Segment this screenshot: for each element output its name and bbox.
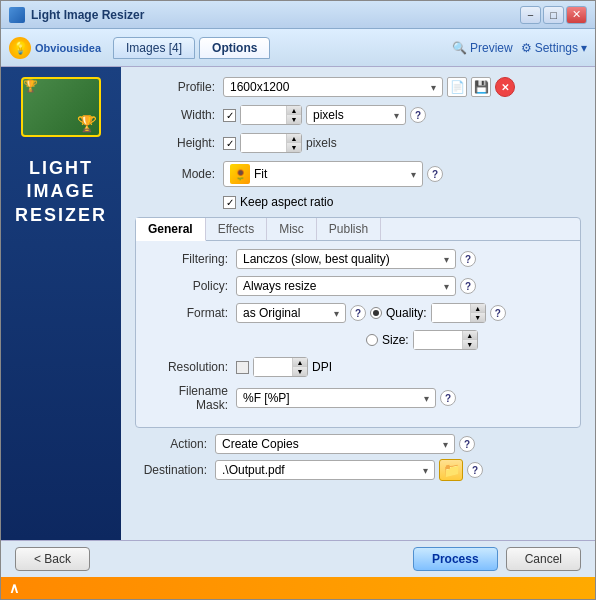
close-button[interactable]: ✕: [566, 6, 587, 24]
quality-input[interactable]: 90%: [432, 304, 470, 322]
width-help-icon[interactable]: ?: [410, 107, 426, 123]
width-checkbox[interactable]: ✓: [223, 109, 236, 122]
quality-spinbox-buttons: ▲ ▼: [470, 304, 485, 322]
aspect-ratio-checkbox-wrap[interactable]: ✓ Keep aspect ratio: [223, 195, 333, 209]
quality-radio-wrap[interactable]: Quality:: [370, 306, 427, 320]
size-decrement-button[interactable]: ▼: [463, 340, 477, 349]
action-dropdown[interactable]: Create Copies ▾: [215, 434, 455, 454]
preview-link[interactable]: 🔍 Preview: [452, 41, 513, 55]
width-row: Width: ✓ 1600 ▲ ▼ pixels ▾ ?: [135, 105, 581, 125]
filtering-controls: Lanczos (slow, best quality) ▾ ?: [236, 249, 570, 269]
aspect-ratio-label: Keep aspect ratio: [240, 195, 333, 209]
cancel-button[interactable]: Cancel: [506, 547, 581, 571]
settings-link[interactable]: ⚙ Settings ▾: [521, 41, 587, 55]
action-value: Create Copies: [222, 437, 299, 451]
destination-help-icon[interactable]: ?: [467, 462, 483, 478]
window-icon: [9, 7, 25, 23]
profile-delete-button[interactable]: ✕: [495, 77, 515, 97]
filename-mask-dropdown[interactable]: %F [%P] ▾: [236, 388, 436, 408]
logo-text: Obviousidea: [35, 42, 101, 54]
action-help-icon[interactable]: ?: [459, 436, 475, 452]
resolution-input[interactable]: 96: [254, 358, 292, 376]
filtering-value: Lanczos (slow, best quality): [243, 252, 390, 266]
size-radio[interactable]: [366, 334, 378, 346]
filtering-dropdown[interactable]: Lanczos (slow, best quality) ▾: [236, 249, 456, 269]
height-input[interactable]: 1200: [241, 134, 286, 152]
height-label: Height:: [135, 136, 215, 150]
quality-spinbox: 90% ▲ ▼: [431, 303, 486, 323]
height-spinbox-buttons: ▲ ▼: [286, 134, 301, 152]
tab-options[interactable]: Options: [199, 37, 270, 59]
size-label: Size:: [382, 333, 409, 347]
profile-value: 1600x1200: [230, 80, 289, 94]
mode-help-icon[interactable]: ?: [427, 166, 443, 182]
maximize-button[interactable]: □: [543, 6, 564, 24]
quality-decrement-button[interactable]: ▼: [471, 313, 485, 322]
profile-dropdown-arrow: ▾: [431, 82, 436, 93]
width-increment-button[interactable]: ▲: [287, 106, 301, 115]
policy-dropdown-arrow: ▾: [444, 281, 449, 292]
height-decrement-button[interactable]: ▼: [287, 143, 301, 152]
profile-new-button[interactable]: 📄: [447, 77, 467, 97]
height-increment-button[interactable]: ▲: [287, 134, 301, 143]
size-increment-button[interactable]: ▲: [463, 331, 477, 340]
tab-general[interactable]: General: [136, 218, 206, 241]
width-decrement-button[interactable]: ▼: [287, 115, 301, 124]
logo-icon: 💡: [9, 37, 31, 59]
resolution-checkbox[interactable]: [236, 361, 249, 374]
destination-dropdown[interactable]: .\Output.pdf ▾: [215, 460, 435, 480]
minimize-button[interactable]: −: [520, 6, 541, 24]
width-unit-value: pixels: [313, 108, 344, 122]
resolution-decrement-button[interactable]: ▼: [293, 367, 307, 376]
footer-left: < Back: [15, 547, 90, 571]
policy-help-icon[interactable]: ?: [460, 278, 476, 294]
policy-value: Always resize: [243, 279, 316, 293]
aspect-ratio-checkbox[interactable]: ✓: [223, 196, 236, 209]
format-dropdown[interactable]: as Original ▾: [236, 303, 346, 323]
back-button[interactable]: < Back: [15, 547, 90, 571]
process-button[interactable]: Process: [413, 547, 498, 571]
resolution-label: Resolution:: [146, 360, 228, 374]
resolution-increment-button[interactable]: ▲: [293, 358, 307, 367]
destination-folder-button[interactable]: 📁: [439, 459, 463, 481]
size-spinbox-buttons: ▲ ▼: [462, 331, 477, 349]
filename-mask-controls: %F [%P] ▾ ?: [236, 388, 570, 408]
quality-increment-button[interactable]: ▲: [471, 304, 485, 313]
tab-misc[interactable]: Misc: [267, 218, 317, 240]
width-unit-arrow: ▾: [394, 110, 399, 121]
footer: < Back Process Cancel: [1, 540, 595, 577]
filename-mask-label: Filename Mask:: [146, 384, 228, 412]
toolbar: 💡 Obviousidea Images [4] Options 🔍 Previ…: [1, 29, 595, 67]
height-checkbox[interactable]: ✓: [223, 137, 236, 150]
size-radio-wrap[interactable]: Size:: [366, 333, 409, 347]
action-row: Action: Create Copies ▾ ?: [135, 434, 581, 454]
profile-save-button[interactable]: 💾: [471, 77, 491, 97]
sidebar-title-line2: IMAGE: [15, 180, 107, 203]
tab-effects[interactable]: Effects: [206, 218, 267, 240]
policy-row: Policy: Always resize ▾ ?: [146, 276, 570, 296]
mode-controls: 🌻 Fit ▾ ?: [223, 161, 581, 187]
sidebar: 🏆 LIGHT IMAGE RESIZER: [1, 67, 121, 540]
format-help-icon[interactable]: ?: [350, 305, 366, 321]
width-spinbox: 1600 ▲ ▼: [240, 105, 302, 125]
filtering-help-icon[interactable]: ?: [460, 251, 476, 267]
format-label: Format:: [146, 306, 228, 320]
quality-radio[interactable]: [370, 307, 382, 319]
destination-label: Destination:: [135, 463, 207, 477]
profile-dropdown[interactable]: 1600x1200 ▾: [223, 77, 443, 97]
tab-publish[interactable]: Publish: [317, 218, 381, 240]
action-area: Action: Create Copies ▾ ? Destination: .…: [135, 434, 581, 481]
window-title: Light Image Resizer: [31, 8, 520, 22]
width-unit-dropdown[interactable]: pixels ▾: [306, 105, 406, 125]
quality-help-icon[interactable]: ?: [490, 305, 506, 321]
filename-mask-help-icon[interactable]: ?: [440, 390, 456, 406]
height-spinbox: 1200 ▲ ▼: [240, 133, 302, 153]
size-row: Size: 100 KB ▲ ▼: [146, 330, 570, 350]
policy-dropdown[interactable]: Always resize ▾: [236, 276, 456, 296]
mode-dropdown[interactable]: 🌻 Fit ▾: [223, 161, 423, 187]
width-input[interactable]: 1600: [241, 106, 286, 124]
size-input[interactable]: 100 KB: [414, 331, 462, 349]
width-controls: ✓ 1600 ▲ ▼ pixels ▾ ?: [223, 105, 581, 125]
tab-images[interactable]: Images [4]: [113, 37, 195, 59]
width-label: Width:: [135, 108, 215, 122]
